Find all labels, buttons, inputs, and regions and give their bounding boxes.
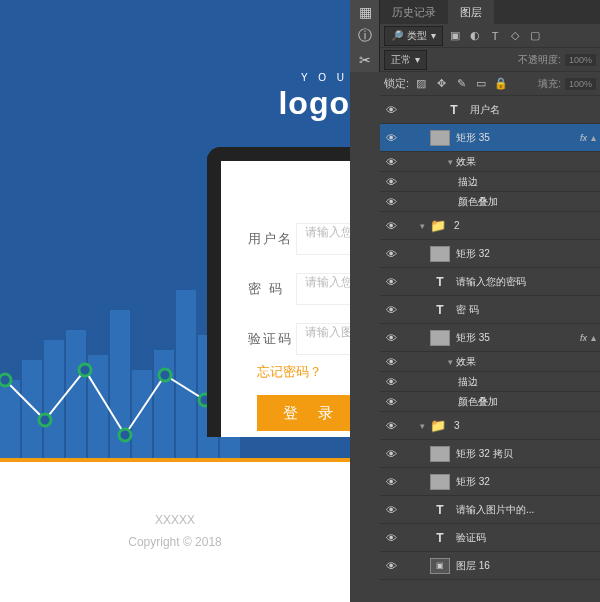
footer-line2: Copyright © 2018 bbox=[0, 532, 350, 554]
layer-effect[interactable]: 👁颜色叠加 bbox=[380, 392, 600, 412]
layer-row[interactable]: 👁矩形 35fx▴ bbox=[380, 124, 600, 152]
svg-point-15 bbox=[159, 369, 171, 381]
svg-point-12 bbox=[39, 414, 51, 426]
crop-icon[interactable]: ✂ bbox=[350, 48, 380, 72]
layer-row[interactable]: 👁T用户名 bbox=[380, 96, 600, 124]
lock-artboard-icon[interactable]: ▭ bbox=[473, 76, 489, 92]
svg-point-11 bbox=[0, 374, 11, 386]
tab-layers[interactable]: 图层 bbox=[448, 0, 494, 24]
layer-name: 矩形 32 拷贝 bbox=[456, 447, 600, 461]
svg-rect-3 bbox=[66, 330, 86, 460]
fill-value[interactable]: 100% bbox=[565, 78, 596, 90]
fx-badge[interactable]: fx bbox=[580, 133, 587, 143]
filter-adjust-icon[interactable]: ◐ bbox=[467, 28, 483, 44]
svg-point-14 bbox=[119, 429, 131, 441]
filter-image-icon[interactable]: ▣ bbox=[447, 28, 463, 44]
layer-row[interactable]: 👁▾📁2 bbox=[380, 212, 600, 240]
info-icon[interactable]: ⓘ bbox=[350, 24, 380, 48]
blend-mode-dropdown[interactable]: 正常 ▾ bbox=[384, 50, 427, 70]
layer-row[interactable]: 👁▣图层 16 bbox=[380, 552, 600, 580]
svg-rect-1 bbox=[22, 360, 42, 460]
tab-history[interactable]: 历史记录 bbox=[380, 0, 448, 24]
svg-rect-8 bbox=[176, 290, 196, 460]
layer-row[interactable]: 👁T请输入您的密码 bbox=[380, 268, 600, 296]
visibility-toggle[interactable]: 👁 bbox=[380, 356, 402, 368]
lock-pixels-icon[interactable]: ▨ bbox=[413, 76, 429, 92]
layer-row[interactable]: 👁T请输入图片中的... bbox=[380, 496, 600, 524]
lock-position-icon[interactable]: ✥ bbox=[433, 76, 449, 92]
layer-name: 密 码 bbox=[456, 303, 600, 317]
canvas-preview: Y O U logo 用户名 请输入您 密 码 请输入您 验证码 请输入图 忘记… bbox=[0, 0, 350, 602]
layer-row[interactable]: 👁矩形 32 bbox=[380, 240, 600, 268]
layer-name: 用户名 bbox=[470, 103, 600, 117]
lock-all-icon[interactable]: 🔒 bbox=[493, 76, 509, 92]
visibility-toggle[interactable]: 👁 bbox=[380, 376, 402, 388]
lock-label: 锁定: bbox=[384, 76, 409, 91]
text-thumb: T bbox=[430, 530, 450, 546]
svg-point-13 bbox=[79, 364, 91, 376]
text-thumb: T bbox=[430, 502, 450, 518]
text-thumb: T bbox=[444, 102, 464, 118]
layer-row[interactable]: 👁矩形 32 拷贝 bbox=[380, 440, 600, 468]
forgot-password-link[interactable]: 忘记密码？ bbox=[257, 363, 322, 381]
filter-type-dropdown[interactable]: 🔎 类型 ▾ bbox=[384, 26, 443, 46]
layer-name: 验证码 bbox=[456, 531, 600, 545]
ruler-icon[interactable]: ▦ bbox=[350, 0, 380, 24]
visibility-toggle[interactable]: 👁 bbox=[380, 532, 402, 544]
username-label: 用户名 bbox=[248, 230, 296, 248]
folder-thumb: 📁 bbox=[428, 418, 448, 434]
layer-row[interactable]: 👁T验证码 bbox=[380, 524, 600, 552]
layer-name: 请输入您的密码 bbox=[456, 275, 600, 289]
logo-tagline: Y O U bbox=[301, 72, 348, 83]
layer-effect[interactable]: 👁颜色叠加 bbox=[380, 192, 600, 212]
layers-tree[interactable]: 👁T用户名👁矩形 35fx▴👁▾效果👁描边👁颜色叠加👁▾📁2👁矩形 32👁T请输… bbox=[380, 96, 600, 602]
layer-name: 2 bbox=[454, 220, 600, 231]
visibility-toggle[interactable]: 👁 bbox=[380, 176, 402, 188]
rect-thumb bbox=[430, 330, 450, 346]
visibility-toggle[interactable]: 👁 bbox=[380, 132, 402, 144]
layer-name: 矩形 35 bbox=[456, 131, 580, 145]
layer-effect[interactable]: 👁描边 bbox=[380, 172, 600, 192]
text-thumb: T bbox=[430, 274, 450, 290]
visibility-toggle[interactable]: 👁 bbox=[380, 504, 402, 516]
fill-label: 填充: bbox=[538, 77, 561, 91]
layer-row[interactable]: 👁矩形 32 bbox=[380, 468, 600, 496]
footer: XXXXX Copyright © 2018 bbox=[0, 510, 350, 553]
layer-row[interactable]: 👁T密 码 bbox=[380, 296, 600, 324]
footer-line1: XXXXX bbox=[0, 510, 350, 532]
layer-name: 请输入图片中的... bbox=[456, 503, 600, 517]
divider-orange bbox=[0, 458, 350, 462]
layer-effect[interactable]: 👁▾效果 bbox=[380, 352, 600, 372]
filter-smart-icon[interactable]: ▢ bbox=[527, 28, 543, 44]
visibility-toggle[interactable]: 👁 bbox=[380, 476, 402, 488]
folder-thumb: 📁 bbox=[428, 218, 448, 234]
visibility-toggle[interactable]: 👁 bbox=[380, 304, 402, 316]
visibility-toggle[interactable]: 👁 bbox=[380, 560, 402, 572]
visibility-toggle[interactable]: 👁 bbox=[380, 104, 402, 116]
visibility-toggle[interactable]: 👁 bbox=[380, 156, 402, 168]
visibility-toggle[interactable]: 👁 bbox=[380, 448, 402, 460]
filter-shape-icon[interactable]: ◇ bbox=[507, 28, 523, 44]
visibility-toggle[interactable]: 👁 bbox=[380, 196, 402, 208]
visibility-toggle[interactable]: 👁 bbox=[380, 420, 402, 432]
visibility-toggle[interactable]: 👁 bbox=[380, 220, 402, 232]
svg-rect-6 bbox=[132, 370, 152, 460]
layer-effect[interactable]: 👁描边 bbox=[380, 372, 600, 392]
svg-rect-7 bbox=[154, 350, 174, 460]
visibility-toggle[interactable]: 👁 bbox=[380, 332, 402, 344]
password-label: 密 码 bbox=[248, 280, 296, 298]
visibility-toggle[interactable]: 👁 bbox=[380, 248, 402, 260]
opacity-value[interactable]: 100% bbox=[565, 54, 596, 66]
layer-row[interactable]: 👁▾📁3 bbox=[380, 412, 600, 440]
layer-row[interactable]: 👁矩形 35fx▴ bbox=[380, 324, 600, 352]
filter-text-icon[interactable]: T bbox=[487, 28, 503, 44]
lock-brush-icon[interactable]: ✎ bbox=[453, 76, 469, 92]
photoshop-panel: ▦ ⓘ ✂ 历史记录 图层 🔎 类型 ▾ ▣ ◐ T ◇ ▢ 正常 ▾ 不透明度… bbox=[350, 0, 600, 602]
captcha-label: 验证码 bbox=[248, 330, 296, 348]
visibility-toggle[interactable]: 👁 bbox=[380, 396, 402, 408]
text-thumb: T bbox=[430, 302, 450, 318]
visibility-toggle[interactable]: 👁 bbox=[380, 276, 402, 288]
layer-effect[interactable]: 👁▾效果 bbox=[380, 152, 600, 172]
layer-name: 矩形 32 bbox=[456, 247, 600, 261]
fx-badge[interactable]: fx bbox=[580, 333, 587, 343]
